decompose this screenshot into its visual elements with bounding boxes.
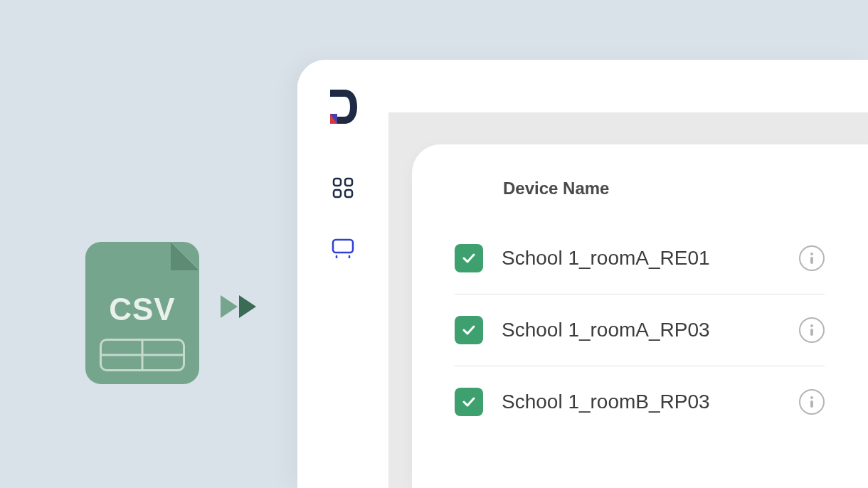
- checkmark-icon: [461, 394, 477, 410]
- checkmark-icon: [461, 250, 477, 266]
- device-row: School 1_roomB_RP03: [455, 366, 825, 437]
- display-icon: [332, 237, 354, 258]
- csv-file-icon: CSV: [85, 242, 199, 384]
- info-icon: [807, 323, 817, 337]
- nav-displays[interactable]: [332, 236, 354, 259]
- svg-rect-3: [345, 179, 352, 186]
- arrow-right-icon: [239, 295, 256, 318]
- dashboard-icon: [332, 177, 354, 198]
- svg-rect-5: [345, 190, 352, 197]
- device-panel: Device Name School 1_roomA_RE01: [412, 144, 868, 488]
- row-info-button[interactable]: [799, 389, 825, 415]
- nav-dashboard[interactable]: [332, 176, 354, 199]
- info-icon: [807, 251, 817, 265]
- row-checkbox[interactable]: [455, 244, 483, 272]
- svg-point-13: [810, 396, 813, 399]
- svg-rect-14: [810, 401, 813, 408]
- svg-rect-6: [333, 240, 353, 253]
- import-arrows-icon: [221, 295, 256, 318]
- row-checkbox[interactable]: [455, 316, 483, 344]
- device-name-label: School 1_roomB_RP03: [502, 391, 799, 413]
- main-area: Device Name School 1_roomA_RE01: [388, 112, 868, 488]
- csv-table-glyph: [100, 339, 185, 371]
- device-name-label: School 1_roomA_RE01: [502, 247, 799, 270]
- row-info-button[interactable]: [799, 317, 825, 343]
- svg-rect-4: [334, 190, 341, 197]
- arrow-right-icon: [221, 295, 238, 318]
- device-name-label: School 1_roomA_RP03: [502, 319, 799, 341]
- svg-rect-10: [810, 257, 813, 264]
- device-row: School 1_roomA_RP03: [455, 295, 825, 366]
- sidebar: [297, 60, 388, 488]
- device-row: School 1_roomA_RE01: [455, 223, 825, 295]
- svg-rect-2: [334, 179, 341, 186]
- app-window: Device Name School 1_roomA_RE01: [297, 60, 868, 488]
- column-header-device-name: Device Name: [455, 179, 868, 198]
- checkmark-icon: [461, 322, 477, 338]
- svg-point-11: [810, 324, 813, 327]
- row-checkbox[interactable]: [455, 388, 483, 416]
- svg-rect-12: [810, 329, 813, 336]
- row-info-button[interactable]: [799, 245, 825, 271]
- brand-logo: [326, 87, 360, 127]
- csv-illustration: CSV: [85, 242, 199, 384]
- csv-file-label: CSV: [85, 292, 199, 327]
- svg-point-9: [810, 253, 813, 255]
- info-icon: [807, 395, 817, 409]
